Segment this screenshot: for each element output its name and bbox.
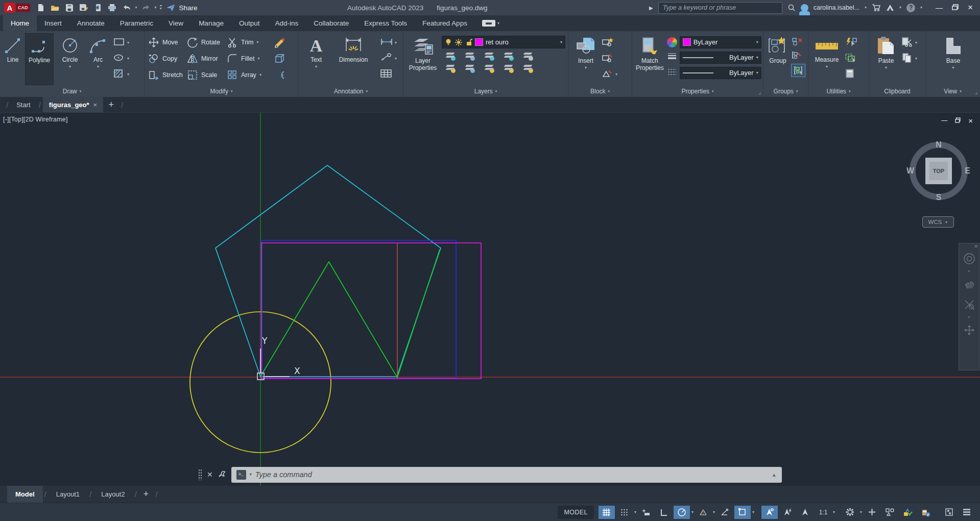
polyline-button[interactable]: Polyline [25, 33, 54, 85]
line-button[interactable]: Line [4, 33, 22, 85]
polar-tracking-toggle[interactable] [674, 506, 690, 519]
viewport-close-icon[interactable]: × [968, 116, 973, 125]
offset-button[interactable] [274, 69, 292, 81]
command-customize-icon[interactable] [218, 469, 227, 480]
ribbon-tab-output[interactable]: Output [231, 15, 268, 31]
table-icon[interactable] [379, 69, 393, 80]
isodraft-toggle[interactable] [695, 506, 711, 519]
new-layout-button[interactable]: + [138, 486, 154, 503]
layer-thaw-all-icon[interactable] [483, 63, 495, 73]
workspace-switching-icon[interactable] [881, 506, 898, 519]
cut-dropdown-icon[interactable]: ▾ [915, 41, 917, 45]
hatch-tool-icon[interactable] [113, 68, 126, 81]
panel-label-view[interactable]: View▾ [926, 85, 979, 97]
navigation-wheel-icon[interactable] [959, 249, 979, 269]
text-button[interactable]: A Text ▾ [305, 33, 327, 85]
settings-gear-icon[interactable] [842, 506, 858, 519]
edit-attributes-icon[interactable] [601, 53, 614, 65]
navigation-bar[interactable]: ✕ ▾ ▾ [959, 243, 979, 370]
dimension-button[interactable]: Dimension [332, 33, 374, 85]
command-input-bar[interactable]: >_ ▾ Type a command ▲ [231, 467, 782, 483]
match-properties-button[interactable]: Match Properties [636, 33, 664, 85]
layer-lock-icon[interactable] [502, 51, 514, 61]
linetype-dropdown[interactable]: ByLayer ▾ [680, 67, 761, 79]
drawing-canvas[interactable]: YX [-][Top][2D Wireframe] — × N S W E TO… [0, 112, 980, 486]
model-space-toggle[interactable]: MODEL [558, 506, 593, 519]
ribbon-tab-featured-apps[interactable]: Featured Apps [415, 15, 475, 31]
ribbon-tab-view[interactable]: View [161, 15, 191, 31]
ribbon-tab-add-ins[interactable]: Add-ins [267, 15, 306, 31]
window-minimize-button[interactable]: — [936, 4, 943, 12]
zigzag-green[interactable] [260, 250, 440, 378]
search-input[interactable] [658, 2, 782, 14]
settings-dropdown-icon[interactable]: ▾ [860, 510, 862, 514]
file-tab-close-icon[interactable]: × [93, 101, 98, 109]
layer-isolate-icon[interactable] [463, 51, 475, 61]
file-tab-start[interactable]: Start [10, 97, 36, 112]
command-dock-grip[interactable] [198, 469, 202, 480]
snap-mode-toggle[interactable] [616, 506, 633, 519]
view-expander-icon[interactable]: ⌟ [975, 89, 977, 95]
rectangle-tool-icon[interactable] [113, 37, 126, 49]
command-dock-close-icon[interactable]: ✕ [207, 470, 213, 479]
measure-button[interactable]: Measure ▾ [812, 33, 841, 85]
share-button[interactable]: Share [166, 4, 198, 12]
hatch-dropdown-icon[interactable]: ▾ [127, 72, 129, 77]
ortho-mode-toggle[interactable] [656, 506, 672, 519]
autocad-app-logo[interactable]: ACAD [4, 3, 30, 13]
rotate-button[interactable]: Rotate [187, 37, 227, 48]
viewcube[interactable]: N S W E TOP [910, 142, 968, 200]
cut-icon[interactable] [901, 37, 914, 49]
layout-tab-model[interactable]: Model [7, 486, 43, 503]
polar-dropdown-icon[interactable]: ▾ [691, 510, 694, 514]
copy-button[interactable]: Copy [148, 53, 187, 64]
quick-select-icon[interactable] [844, 37, 857, 49]
user-dropdown-icon[interactable]: ▾ [865, 6, 867, 10]
block-editor-icon[interactable] [601, 68, 614, 81]
ribbon-tab-annotate[interactable]: Annotate [69, 15, 112, 31]
viewcube-top-face[interactable]: TOP [925, 158, 952, 184]
object-color-dropdown[interactable]: ByLayer ▾ [680, 36, 761, 48]
scale-button[interactable]: Scale [187, 69, 227, 81]
window-close-button[interactable]: × [968, 3, 973, 13]
grid-display-toggle[interactable] [599, 506, 615, 519]
move-button[interactable]: Move [148, 37, 187, 48]
panel-label-annotation[interactable]: Annotation▾ [299, 85, 403, 97]
viewcube-south[interactable]: S [936, 193, 942, 202]
command-recent-dropdown-icon[interactable]: ▾ [250, 473, 252, 477]
pentagon-cyan[interactable] [216, 165, 441, 377]
redo-dropdown-icon[interactable]: ▾ [155, 6, 157, 10]
autodesk-logo-icon[interactable] [886, 4, 894, 11]
panel-label-properties[interactable]: Properties▾ [632, 85, 763, 97]
search-expand-icon[interactable]: ▶ [649, 5, 653, 11]
leader-icon[interactable] [379, 53, 394, 64]
ellipse-tool-icon[interactable] [113, 53, 126, 65]
layer-select-dropdown[interactable]: ret ouro ▾ [442, 36, 565, 48]
annotation-scale-icon[interactable] [797, 506, 814, 519]
viewcube-east[interactable]: E [965, 166, 970, 176]
annotation-autoscale-toggle[interactable] [779, 506, 796, 519]
annotation-scale-dropdown-icon[interactable]: ▾ [833, 510, 835, 514]
layer-color-swatch[interactable] [475, 38, 483, 46]
text-dropdown-icon[interactable]: ▾ [315, 65, 317, 69]
annotation-monitor-icon[interactable] [899, 506, 916, 519]
qat-customize-icon[interactable]: ▾ [160, 5, 162, 11]
group-edit-icon[interactable] [791, 51, 803, 62]
layer-dropdown-icon[interactable]: ▾ [560, 40, 562, 44]
user-avatar-icon[interactable] [801, 4, 808, 12]
trim-button[interactable]: Trim▾ [227, 37, 274, 48]
ribbon-display-toggle[interactable]: ▾ [482, 15, 499, 31]
fillet-button[interactable]: Fillet▾ [227, 53, 274, 64]
object-snap-tracking-toggle[interactable] [716, 506, 733, 519]
layer-unisolate-icon[interactable] [463, 63, 475, 73]
window-restore-button[interactable] [952, 4, 959, 12]
paste-dropdown-icon[interactable]: ▾ [885, 66, 887, 70]
group-selection-toggle[interactable] [791, 64, 805, 77]
ribbon-tab-collaborate[interactable]: Collaborate [306, 15, 356, 31]
trim-dropdown-icon[interactable]: ▾ [257, 40, 259, 44]
ungroup-icon[interactable] [791, 37, 803, 48]
layer-match-icon[interactable] [521, 63, 534, 73]
array-dropdown-icon[interactable]: ▾ [259, 73, 261, 77]
ucs-y-label[interactable]: Y [261, 336, 268, 346]
panel-label-draw[interactable]: Draw▾ [0, 85, 144, 97]
